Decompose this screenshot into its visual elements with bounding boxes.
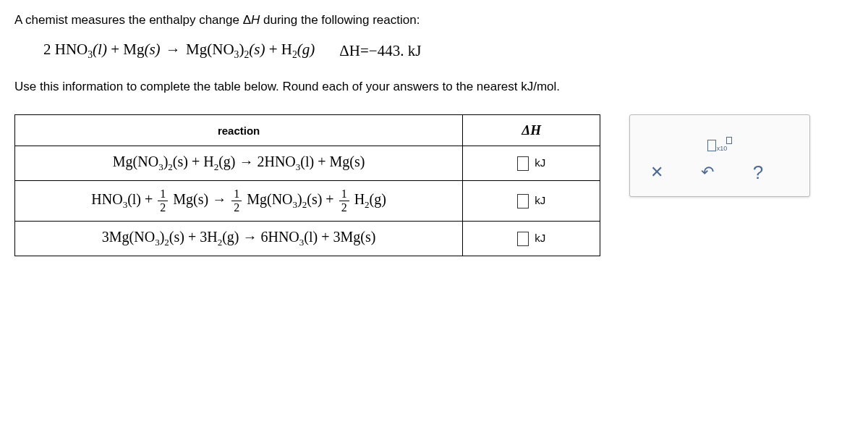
help-button[interactable]: ?	[746, 160, 770, 185]
answer-cell-1: kJ	[463, 146, 600, 181]
eq-plus1: +	[111, 41, 123, 58]
fraction: 12	[231, 188, 242, 214]
eq-rhs-b-sub: 2	[292, 49, 297, 60]
table-row: HNO3(l) + 12 Mg(s) → 12 Mg(NO3)2(s) + 12…	[15, 181, 600, 222]
intro-after: during the following reaction:	[260, 13, 420, 27]
table-row: Mg(NO3)2(s) + H2(g) → 2HNO3(l) + Mg(s) k…	[15, 146, 600, 181]
given-equation: 2 HNO3(l) + Mg(s) → Mg(NO3)2(s) + H2(g) …	[14, 41, 854, 61]
eq-lhs-b-phase: (s)	[144, 41, 160, 58]
eq-plus2: +	[269, 41, 281, 58]
intro-before: A chemist measures the enthalpy change Δ	[14, 13, 251, 27]
eq-rhs-a: Mg(NO	[186, 41, 234, 58]
scientific-notation-button[interactable]: x10	[707, 127, 732, 151]
eq-rhs-b: H	[281, 41, 292, 58]
header-reaction: reaction	[15, 115, 463, 146]
answer-cell-2: kJ	[463, 181, 600, 222]
undo-button[interactable]: ↶	[695, 160, 720, 185]
eq-lhs-a-phase: (l)	[93, 41, 107, 58]
intro-var: H	[251, 13, 260, 27]
fraction: 12	[339, 188, 349, 214]
unit-3: kJ	[535, 232, 545, 244]
question-intro: A chemist measures the enthalpy change Δ…	[14, 13, 854, 28]
answer-cell-3: kJ	[463, 222, 600, 256]
arrow-icon: →	[166, 41, 181, 58]
unit-2: kJ	[535, 194, 545, 206]
eq-rhs-a-phase: (s)	[249, 41, 265, 58]
table-row: 3Mg(NO3)2(s) + 3H2(g) → 6HNO3(l) + 3Mg(s…	[15, 222, 600, 256]
dh-var: H	[530, 122, 541, 138]
unit-1: kJ	[535, 156, 545, 169]
eq-lhs-b: Mg	[123, 41, 144, 58]
eq-rhs-b-phase: (g)	[297, 41, 315, 58]
fraction: 12	[158, 188, 168, 214]
reaction-table: reaction ΔH Mg(NO3)2(s) + H2(g) → 2HNO3(…	[14, 114, 600, 256]
dh-value: −443. kJ	[369, 42, 422, 59]
reaction-cell-2: HNO3(l) + 12 Mg(s) → 12 Mg(NO3)2(s) + 12…	[15, 181, 463, 222]
eq-lhs-a: 2 HNO	[43, 41, 88, 58]
sci-label: x10	[717, 145, 728, 152]
reaction-cell-3: 3Mg(NO3)2(s) + 3H2(g) → 6HNO3(l) + 3Mg(s…	[15, 222, 463, 256]
instruction-text: Use this information to complete the tab…	[14, 80, 854, 94]
answer-input-1[interactable]	[517, 156, 529, 171]
dh-label: ΔH=	[339, 42, 369, 59]
answer-input-3[interactable]	[517, 232, 529, 246]
answer-input-2[interactable]	[517, 194, 529, 209]
tool-panel: x10 ✕ ↶ ?	[629, 114, 810, 197]
dh-delta: Δ	[522, 122, 530, 138]
reaction-cell-1: Mg(NO3)2(s) + H2(g) → 2HNO3(l) + Mg(s)	[15, 146, 463, 181]
clear-button[interactable]: ✕	[644, 160, 669, 185]
header-dh: ΔH	[463, 115, 600, 146]
